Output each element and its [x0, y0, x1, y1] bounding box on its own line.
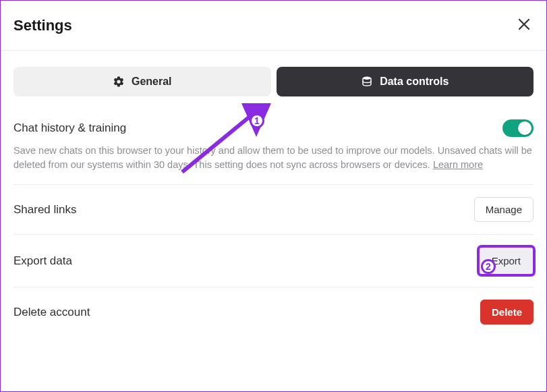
chat-history-toggle[interactable]: [502, 119, 534, 137]
tab-general[interactable]: General: [13, 67, 271, 96]
close-button[interactable]: [515, 16, 534, 35]
header-divider: [0, 50, 547, 51]
settings-header: Settings: [13, 16, 534, 50]
section-export-data-title: Export data: [13, 254, 72, 268]
tab-data-controls-label: Data controls: [380, 76, 449, 88]
section-export-data: Export data Export: [13, 235, 534, 287]
section-chat-history-description: Save new chats on this browser to your h…: [13, 144, 534, 172]
delete-button[interactable]: Delete: [480, 300, 534, 325]
tab-general-label: General: [132, 76, 172, 88]
section-shared-links: Shared links Manage: [13, 185, 534, 235]
settings-tabs: General Data controls: [13, 67, 534, 96]
learn-more-link[interactable]: Learn more: [433, 159, 483, 170]
section-delete-account: Delete account Delete: [13, 287, 534, 337]
tab-data-controls[interactable]: Data controls: [277, 67, 534, 96]
section-delete-account-title: Delete account: [13, 306, 90, 319]
page-title: Settings: [13, 17, 72, 34]
close-icon: [518, 18, 530, 33]
export-button[interactable]: Export: [479, 247, 534, 275]
section-chat-history: Chat history & training Save new chats o…: [13, 115, 534, 185]
section-shared-links-title: Shared links: [13, 203, 77, 217]
svg-point-0: [363, 77, 371, 80]
gear-icon: [113, 76, 125, 88]
database-icon: [361, 76, 373, 88]
manage-button[interactable]: Manage: [474, 197, 534, 222]
section-chat-history-title: Chat history & training: [13, 121, 126, 135]
